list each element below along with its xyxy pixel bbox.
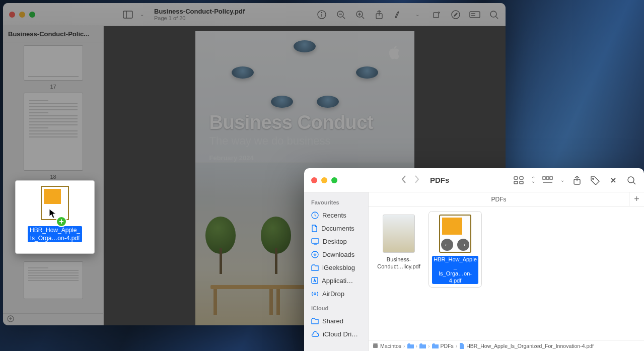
- sidebar-item-icloud-drive[interactable]: iCloud Dri…: [311, 327, 368, 340]
- close-window-button[interactable]: [9, 12, 15, 18]
- preview-toolbar: ⌄ Business-Conduct-Policy.pdf Page 1 of …: [3, 3, 506, 26]
- svg-rect-36: [312, 239, 319, 243]
- hero-title: Business Conduct: [209, 112, 374, 133]
- edit-icon[interactable]: [450, 9, 461, 20]
- drag-filename: HBR_How_Apple_Is_Orga…on-4.pdf: [28, 226, 82, 242]
- minimize-window-button[interactable]: [321, 177, 327, 183]
- chevron-updown-icon[interactable]: ⌃⌄: [531, 177, 535, 184]
- svg-point-32: [593, 178, 594, 179]
- path-sep-icon: ›: [428, 343, 430, 349]
- markup-icon[interactable]: [393, 9, 404, 20]
- file-name: HBR_How_Apple_Is_Orga…on-4.pdf: [432, 256, 478, 284]
- sidebar-item-downloads[interactable]: Downloads: [311, 248, 368, 261]
- hero-date: February 2024: [209, 154, 254, 162]
- finder-tab-bar: PDFs +: [369, 192, 644, 206]
- thumbnail-page[interactable]: [24, 93, 83, 171]
- fullscreen-window-button[interactable]: [29, 12, 35, 18]
- forward-button[interactable]: [414, 175, 420, 186]
- add-page-icon[interactable]: [7, 315, 14, 324]
- page-number: 17: [50, 84, 56, 90]
- svg-rect-24: [520, 177, 523, 179]
- close-window-button[interactable]: [311, 177, 317, 183]
- path-segment[interactable]: Macintos: [373, 343, 401, 349]
- path-sep-icon: ›: [403, 343, 405, 349]
- svg-point-18: [490, 11, 496, 17]
- finder-tab[interactable]: PDFs: [369, 196, 629, 203]
- finder-icon-view[interactable]: Business-Conduct…licy.pdf ← → HBR_How_Ap…: [369, 206, 644, 340]
- form-icon[interactable]: [469, 9, 480, 20]
- prev-page-icon[interactable]: ←: [441, 239, 453, 251]
- search-icon[interactable]: [626, 175, 637, 186]
- svg-point-14: [452, 11, 460, 19]
- svg-rect-23: [514, 177, 518, 179]
- rotate-icon[interactable]: [431, 9, 442, 20]
- group-by-button[interactable]: [542, 175, 553, 186]
- path-segment[interactable]: [407, 343, 414, 348]
- finder-window: PDFs ⌃⌄ ⌄ Favourites Recents Documents D…: [304, 168, 644, 351]
- finder-path-bar: Macintos › › › PDFs › HBR_How_Apple_Is_O…: [369, 340, 644, 351]
- icon-view-button[interactable]: [513, 175, 524, 186]
- minimize-window-button[interactable]: [19, 12, 25, 18]
- finder-location-title: PDFs: [430, 176, 449, 184]
- path-segment[interactable]: HBR_How_Apple_Is_Organized_For_Innovatio…: [459, 343, 594, 349]
- document-title: Business-Conduct-Policy.pdf: [154, 8, 245, 15]
- window-controls: [9, 12, 35, 18]
- thumbnail-page[interactable]: [24, 261, 83, 299]
- svg-rect-26: [520, 181, 523, 184]
- chevron-down-icon[interactable]: ⌄: [560, 177, 564, 183]
- chevron-down-icon[interactable]: ⌄: [140, 12, 144, 17]
- svg-line-19: [496, 17, 498, 19]
- path-sep-icon: ›: [456, 343, 458, 349]
- sidebar-toggle-button[interactable]: [121, 8, 135, 22]
- tags-icon[interactable]: [590, 175, 601, 186]
- back-button[interactable]: [401, 175, 407, 186]
- svg-line-34: [633, 182, 635, 184]
- file-name: Business-Conduct…licy.pdf: [376, 256, 422, 270]
- copy-plus-badge: +: [56, 216, 67, 227]
- file-item[interactable]: Business-Conduct…licy.pdf: [376, 215, 422, 270]
- svg-line-9: [362, 17, 364, 19]
- share-icon[interactable]: [374, 9, 385, 20]
- svg-rect-13: [434, 13, 439, 18]
- sidebar-item-igeeksblog[interactable]: iGeeksblog: [311, 261, 368, 274]
- sidebar-item-shared[interactable]: Shared: [311, 314, 368, 327]
- sidebar-section-header: iCloud: [311, 305, 368, 311]
- thumbnail-sidebar: Business-Conduct-Polic... 17 18: [3, 26, 104, 325]
- quicklook-nav: ← →: [432, 239, 478, 251]
- apple-logo-icon: [389, 46, 401, 62]
- svg-rect-25: [514, 181, 518, 184]
- path-segment[interactable]: PDFs: [432, 343, 454, 349]
- chevron-down-icon[interactable]: ⌄: [412, 9, 423, 20]
- svg-rect-42: [373, 343, 378, 344]
- info-icon[interactable]: [316, 9, 327, 20]
- finder-toolbar: PDFs ⌃⌄ ⌄: [304, 168, 644, 192]
- svg-rect-41: [373, 344, 378, 348]
- zoom-in-icon[interactable]: [354, 9, 366, 20]
- sidebar-item-documents[interactable]: Documents: [311, 222, 368, 235]
- window-controls: [311, 177, 337, 183]
- sidebar-item-airdrop[interactable]: AirDrop: [311, 287, 368, 300]
- finder-content: PDFs + Business-Conduct…licy.pdf ← → HBR…: [369, 192, 644, 351]
- svg-point-4: [321, 12, 322, 13]
- fullscreen-window-button[interactable]: [331, 177, 337, 183]
- svg-line-6: [343, 17, 345, 19]
- path-segment[interactable]: [419, 343, 426, 348]
- file-item-selected[interactable]: ← → HBR_How_Apple_Is_Orga…on-4.pdf: [432, 215, 478, 284]
- more-icon[interactable]: [608, 175, 619, 186]
- svg-point-40: [314, 293, 316, 295]
- search-icon[interactable]: [488, 9, 499, 20]
- cursor-icon: [49, 208, 57, 221]
- finder-sidebar: Favourites Recents Documents Desktop Dow…: [304, 192, 369, 351]
- next-page-icon[interactable]: →: [457, 239, 469, 251]
- sidebar-item-applications[interactable]: Applicati…: [311, 274, 368, 287]
- sidebar-item-desktop[interactable]: Desktop: [311, 235, 368, 248]
- document-title-area: Business-Conduct-Policy.pdf Page 1 of 20: [154, 8, 245, 21]
- thumbnail-page[interactable]: [24, 45, 83, 81]
- zoom-out-icon[interactable]: [335, 9, 346, 20]
- svg-rect-15: [470, 12, 480, 18]
- svg-point-33: [628, 177, 634, 183]
- share-icon[interactable]: [571, 175, 583, 186]
- new-tab-button[interactable]: +: [629, 192, 644, 206]
- sidebar-document-title: Business-Conduct-Polic...: [3, 26, 103, 42]
- sidebar-item-recents[interactable]: Recents: [311, 208, 368, 222]
